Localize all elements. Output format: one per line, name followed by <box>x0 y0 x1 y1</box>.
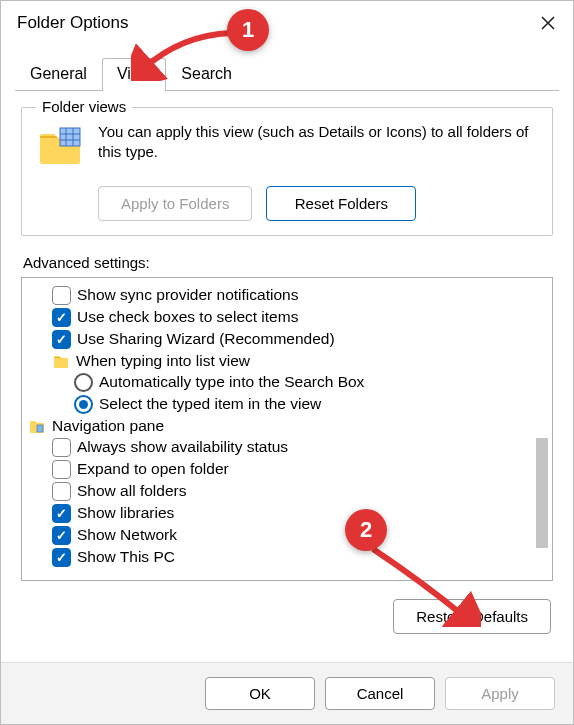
tree-item[interactable]: Navigation pane <box>22 415 544 436</box>
advanced-settings-tree[interactable]: Show sync provider notificationsUse chec… <box>21 277 553 581</box>
checkbox-icon[interactable] <box>52 286 71 305</box>
checkbox-icon[interactable] <box>52 504 71 523</box>
svg-rect-0 <box>60 128 80 146</box>
tree-item-label: Show libraries <box>77 504 174 522</box>
window-title: Folder Options <box>17 13 129 33</box>
tree-item-label: Use check boxes to select items <box>77 308 298 326</box>
tree-item[interactable]: Select the typed item in the view <box>30 393 544 415</box>
checkbox-icon[interactable] <box>52 330 71 349</box>
tree-item[interactable]: Show This PC <box>30 546 544 568</box>
tree-item-label: When typing into list view <box>76 352 250 370</box>
tree-item-label: Show Network <box>77 526 177 544</box>
tab-general[interactable]: General <box>15 58 102 91</box>
title-bar: Folder Options <box>1 1 573 45</box>
folder-views-legend: Folder views <box>36 98 132 115</box>
apply-button: Apply <box>445 677 555 710</box>
tree-item-label: Select the typed item in the view <box>99 395 321 413</box>
checkbox-icon[interactable] <box>52 482 71 501</box>
tree-item-label: Expand to open folder <box>77 460 229 478</box>
tree-item-label: Show all folders <box>77 482 186 500</box>
folder-views-group: Folder views You can apply this view (su… <box>21 107 553 236</box>
folder-icon <box>36 122 84 170</box>
tree-item[interactable]: Automatically type into the Search Box <box>30 371 544 393</box>
tree-item[interactable]: Show all folders <box>30 480 544 502</box>
tree-item[interactable]: Expand to open folder <box>30 458 544 480</box>
radio-icon[interactable] <box>74 395 93 414</box>
tree-item[interactable]: Always show availability status <box>30 436 544 458</box>
annotation-bubble-1: 1 <box>227 9 269 51</box>
tab-view[interactable]: View <box>102 58 166 91</box>
close-icon[interactable] <box>537 12 559 34</box>
tab-strip: General View Search <box>1 45 573 90</box>
tab-search[interactable]: Search <box>166 58 247 91</box>
folder-views-desc: You can apply this view (such as Details… <box>98 122 538 163</box>
advanced-settings-label: Advanced settings: <box>23 254 553 271</box>
tree-item-label: Navigation pane <box>52 417 164 435</box>
tree-item[interactable]: Show libraries <box>30 502 544 524</box>
scrollbar-thumb[interactable] <box>536 438 548 548</box>
cancel-button[interactable]: Cancel <box>325 677 435 710</box>
checkbox-icon[interactable] <box>52 438 71 457</box>
svg-rect-5 <box>37 425 43 432</box>
tree-item[interactable]: When typing into list view <box>30 350 544 371</box>
tree-item[interactable]: Show sync provider notifications <box>30 284 544 306</box>
tree-item-label: Use Sharing Wizard (Recommended) <box>77 330 335 348</box>
checkbox-icon[interactable] <box>52 308 71 327</box>
tree-item[interactable]: Show Network <box>30 524 544 546</box>
tree-item-label: Always show availability status <box>77 438 288 456</box>
folder-options-dialog: Folder Options General View Search Folde… <box>0 0 574 725</box>
checkbox-icon[interactable] <box>52 548 71 567</box>
restore-defaults-button[interactable]: Restore Defaults <box>393 599 551 634</box>
apply-to-folders-button: Apply to Folders <box>98 186 252 221</box>
ok-button[interactable]: OK <box>205 677 315 710</box>
radio-icon[interactable] <box>74 373 93 392</box>
tree-item-label: Show This PC <box>77 548 175 566</box>
checkbox-icon[interactable] <box>52 526 71 545</box>
checkbox-icon[interactable] <box>52 460 71 479</box>
tree-item[interactable]: Use check boxes to select items <box>30 306 544 328</box>
tree-item[interactable]: Use Sharing Wizard (Recommended) <box>30 328 544 350</box>
reset-folders-button[interactable]: Reset Folders <box>266 186 416 221</box>
annotation-bubble-2: 2 <box>345 509 387 551</box>
tree-item-label: Automatically type into the Search Box <box>99 373 364 391</box>
dialog-footer: OK Cancel Apply <box>1 662 573 724</box>
tree-item-label: Show sync provider notifications <box>77 286 298 304</box>
